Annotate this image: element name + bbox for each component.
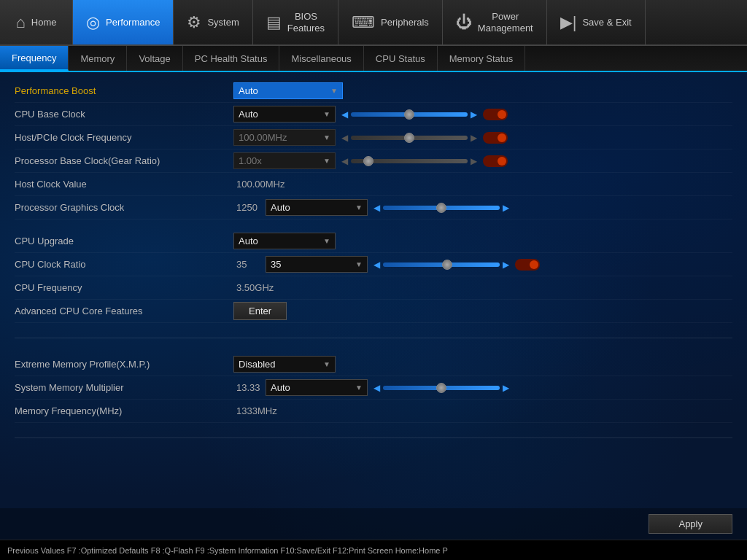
cpu-freq-label: CPU Frequency [15, 282, 233, 293]
proc-base-dropdown[interactable]: 1.00x ▼ [233, 152, 336, 169]
tab-voltage[interactable]: Voltage [127, 46, 182, 71]
adv-cpu-core-enter-button[interactable]: Enter [233, 302, 287, 320]
setting-xmp: Extreme Memory Profile(X.M.P.) Disabled … [15, 353, 732, 376]
apply-button[interactable]: Apply [649, 514, 732, 534]
divider-2 [15, 438, 732, 438]
mem-freq-value: 1333MHz [236, 405, 277, 416]
cpu-upgrade-dropdown[interactable]: Auto ▼ [233, 233, 336, 249]
host-clock-val-controls: 100.00MHz [233, 179, 732, 190]
adv-cpu-core-label: Advanced CPU Core Features [15, 306, 233, 316]
peripherals-icon: ⌨ [352, 13, 375, 32]
cpu-clock-ratio-toggle-knob [530, 260, 538, 269]
nav-system-label: System [207, 17, 239, 28]
proc-graphics-thumb[interactable] [436, 203, 446, 213]
apply-bar: Apply [0, 508, 747, 540]
nav-power[interactable]: ⏻ PowerManagement [443, 0, 547, 44]
perf-boost-arrow: ▼ [330, 87, 338, 95]
cpu-clock-ratio-slider-track[interactable] [383, 262, 500, 267]
proc-base-left-arrow[interactable]: ◀ [341, 156, 348, 166]
host-pcie-toggle[interactable] [483, 132, 508, 144]
proc-base-right-arrow[interactable]: ▶ [471, 156, 477, 166]
nav-power-label: PowerManagement [478, 11, 533, 34]
nav-bios[interactable]: ▤ BIOSFeatures [253, 0, 338, 44]
proc-base-arrow: ▼ [323, 157, 330, 165]
proc-graphics-slider-track[interactable] [383, 206, 500, 210]
mem-freq-label: Memory Frequency(MHz) [15, 405, 233, 416]
nav-save[interactable]: ▶| Save & Exit [547, 0, 646, 44]
sys-mem-mult-dropdown[interactable]: Auto ▼ [266, 379, 368, 396]
nav-home[interactable]: ⌂ Home [0, 0, 73, 44]
cpu-freq-controls: 3.50GHz [233, 282, 732, 293]
cpu-base-clock-toggle[interactable] [483, 109, 508, 120]
cpu-clock-ratio-thumb[interactable] [442, 260, 452, 270]
xmp-label: Extreme Memory Profile(X.M.P.) [15, 359, 233, 370]
proc-graphics-left-arrow[interactable]: ◀ [374, 203, 380, 213]
proc-graphics-controls: Auto ▼ ◀ ▶ [266, 199, 732, 216]
cpu-clock-ratio-toggle[interactable] [515, 259, 540, 271]
proc-base-controls: 1.00x ▼ ◀ ▶ [233, 152, 732, 169]
sys-mem-mult-label: System Memory Multiplier [15, 382, 233, 393]
tab-memorystatus[interactable]: Memory Status [438, 46, 525, 71]
xmp-dropdown[interactable]: Disabled ▼ [233, 356, 336, 373]
proc-graphics-arrow: ▼ [355, 203, 363, 211]
host-pcie-slider-track[interactable] [351, 136, 468, 140]
cpu-base-clock-slider-track[interactable] [351, 112, 468, 117]
cpu-base-clock-right-arrow[interactable]: ▶ [471, 109, 477, 120]
spacer-2 [15, 323, 732, 333]
proc-base-slider-container: ◀ ▶ [341, 156, 477, 166]
cpu-clock-ratio-left-arrow[interactable]: ◀ [374, 260, 380, 270]
cpu-base-clock-slider-container: ◀ ▶ [341, 109, 477, 120]
proc-graphics-num: 1250 [236, 202, 266, 213]
perf-boost-dropdown[interactable]: Auto ▼ [233, 82, 343, 99]
proc-graphics-dropdown[interactable]: Auto ▼ [266, 199, 368, 216]
cpu-clock-ratio-controls: 35 ▼ ◀ ▶ [266, 256, 732, 273]
cpu-base-clock-dropdown[interactable]: Auto ▼ [233, 106, 336, 122]
nav-system[interactable]: ⚙ System [174, 0, 252, 44]
host-pcie-dropdown[interactable]: 100.00MHz ▼ [233, 129, 336, 146]
cpu-upgrade-controls: Auto ▼ [233, 233, 732, 249]
proc-graphics-right-arrow[interactable]: ▶ [503, 203, 509, 213]
proc-base-thumb[interactable] [363, 156, 374, 166]
bottom-bar: Previous Values F7 :Optimized Defaults F… [0, 540, 747, 560]
spacer-4 [15, 423, 732, 433]
cpu-upgrade-label: CPU Upgrade [15, 236, 233, 246]
tab-misc[interactable]: Miscellaneous [279, 46, 363, 71]
sys-mem-mult-slider-track[interactable] [383, 386, 500, 390]
host-pcie-right-arrow[interactable]: ▶ [471, 133, 477, 143]
sys-mem-mult-controls: Auto ▼ ◀ ▶ [266, 379, 732, 396]
proc-base-slider-track[interactable] [351, 159, 468, 163]
host-pcie-controls: 100.00MHz ▼ ◀ ▶ [233, 129, 732, 146]
tab-pchealth[interactable]: PC Health Status [183, 46, 280, 71]
nav-performance-label: Performance [106, 17, 160, 28]
cpu-clock-ratio-dropdown[interactable]: 35 ▼ [266, 256, 368, 273]
cpu-base-clock-left-arrow[interactable]: ◀ [341, 109, 348, 120]
host-clock-val-label: Host Clock Value [15, 179, 233, 190]
nav-peripherals[interactable]: ⌨ Peripherals [338, 0, 443, 44]
setting-cpu-upgrade: CPU Upgrade Auto ▼ [15, 230, 732, 253]
proc-base-toggle[interactable] [483, 155, 508, 167]
tab-memory[interactable]: Memory [69, 46, 127, 71]
power-icon: ⏻ [456, 13, 472, 32]
tab-cpustatus[interactable]: CPU Status [364, 46, 438, 71]
host-pcie-thumb[interactable] [404, 133, 414, 143]
host-pcie-arrow: ▼ [323, 133, 330, 141]
host-pcie-left-arrow[interactable]: ◀ [341, 133, 348, 143]
cpu-clock-ratio-right-arrow[interactable]: ▶ [503, 260, 509, 270]
nav-bios-label: BIOSFeatures [287, 11, 325, 34]
spacer-1 [15, 219, 732, 230]
tab-frequency[interactable]: Frequency [0, 46, 69, 71]
sys-mem-mult-right-arrow[interactable]: ▶ [503, 383, 509, 393]
setting-cpu-freq: CPU Frequency 3.50GHz [15, 276, 732, 300]
proc-base-label: Processor Base Clock(Gear Ratio) [15, 155, 233, 166]
cpu-base-clock-arrow: ▼ [323, 110, 330, 118]
sys-mem-mult-left-arrow[interactable]: ◀ [374, 383, 380, 393]
xmp-arrow: ▼ [323, 360, 330, 368]
host-pcie-label: Host/PCIe Clock Frequency [15, 132, 233, 143]
cpu-base-clock-thumb[interactable] [404, 109, 414, 120]
nav-performance[interactable]: ◎ Performance [73, 0, 174, 44]
cpu-clock-ratio-slider-container: ◀ ▶ [374, 260, 509, 270]
proc-graphics-slider-container: ◀ ▶ [374, 203, 509, 213]
sys-mem-mult-thumb[interactable] [436, 383, 446, 393]
host-pcie-slider-container: ◀ ▶ [341, 133, 477, 143]
cpu-base-clock-controls: Auto ▼ ◀ ▶ [233, 106, 732, 122]
